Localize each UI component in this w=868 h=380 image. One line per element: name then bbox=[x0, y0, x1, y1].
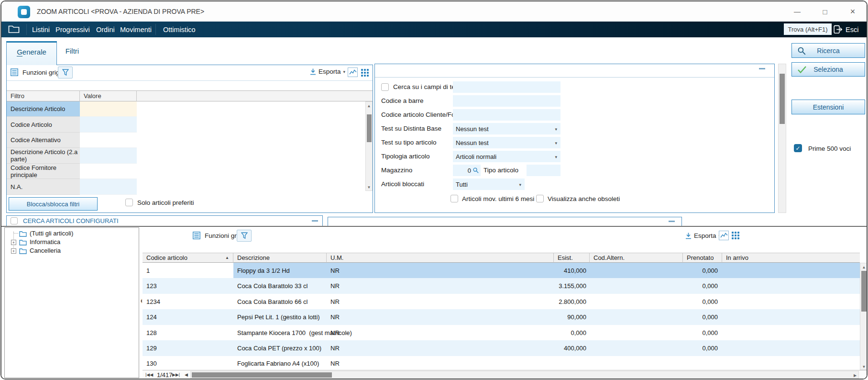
collapse-panel-button[interactable] bbox=[669, 221, 675, 222]
codice-barre-input[interactable] bbox=[453, 95, 560, 107]
filter-row-label[interactable]: N.A. bbox=[7, 179, 80, 195]
tipo-articolo-test-select[interactable]: Nessun test ▾ bbox=[453, 137, 560, 148]
filter-row-value[interactable] bbox=[80, 164, 137, 179]
column-header-esist[interactable]: Esist. bbox=[554, 253, 590, 263]
workspace-scrollbar[interactable] bbox=[778, 64, 786, 213]
scroll-left-arrow[interactable]: ◀ bbox=[185, 372, 188, 377]
table-row[interactable]: 1 Floppy da 3 1/2 Hd NR 410,000 0,000 bbox=[143, 263, 860, 279]
mov-6-mesi-checkbox[interactable] bbox=[450, 195, 458, 202]
column-header-um[interactable]: U.M. bbox=[327, 253, 554, 263]
articoli-bloccati-label: Articoli bloccati bbox=[381, 180, 424, 188]
folder-icon bbox=[8, 25, 20, 34]
lookup-search-icon[interactable] bbox=[473, 168, 479, 173]
tipologia-select[interactable]: Articoli normali ▾ bbox=[453, 151, 560, 162]
codice-cliente-input[interactable] bbox=[453, 109, 560, 121]
esci-button[interactable]: Esci bbox=[834, 23, 858, 36]
ricerca-button[interactable]: Ricerca bbox=[791, 43, 865, 58]
blocca-sblocca-button[interactable]: Blocca/sblocca filtri bbox=[9, 197, 98, 211]
scroll-up-arrow[interactable]: ▲ bbox=[366, 103, 372, 109]
distinta-base-select[interactable]: Nessun test ▾ bbox=[453, 123, 560, 134]
column-header-codaltern[interactable]: Cod.Altern. bbox=[590, 253, 683, 263]
prime-500-checkbox[interactable]: ✓ bbox=[794, 144, 802, 152]
scroll-down-arrow[interactable]: ▼ bbox=[366, 184, 372, 190]
scrollbar-thumb[interactable] bbox=[192, 372, 332, 378]
minimize-button[interactable]: — bbox=[788, 4, 807, 19]
configurati-checkbox[interactable] bbox=[11, 217, 18, 224]
articoli-bloccati-select[interactable]: Tutti ▾ bbox=[453, 179, 525, 190]
filter-row-value[interactable] bbox=[80, 148, 137, 164]
valore-column-header[interactable]: Valore bbox=[80, 90, 137, 101]
table-row[interactable]: 1234 Coca Cola Barattolo 66 cl NR 2.800,… bbox=[143, 294, 860, 310]
chart-view-button[interactable] bbox=[348, 67, 358, 77]
tipologia-label: Tipologia articolo bbox=[381, 153, 430, 160]
scroll-down-arrow[interactable]: ▼ bbox=[860, 364, 868, 369]
scroll-up-arrow[interactable]: ▲ bbox=[860, 264, 868, 270]
obsoleti-checkbox[interactable] bbox=[536, 195, 544, 202]
filter-panel-toolbar: Funzioni griglia Esporta ▾ bbox=[7, 65, 373, 81]
menu-item-progressivi[interactable]: Progressivi bbox=[55, 22, 91, 37]
filter-row-label[interactable]: Codice Alternativo bbox=[7, 133, 80, 148]
filter-toggle-button[interactable] bbox=[237, 230, 252, 242]
campi-testo-checkbox[interactable] bbox=[381, 83, 389, 91]
filter-toggle-button[interactable] bbox=[58, 67, 73, 78]
filter-row-value[interactable] bbox=[80, 117, 137, 133]
seleziona-button[interactable]: Seleziona bbox=[791, 62, 865, 77]
folder-menu-button[interactable] bbox=[8, 25, 20, 35]
category-tree-panel: (Tutti gli articoli) + Informatica + Can… bbox=[4, 227, 139, 378]
esporta-button[interactable]: Esporta ▾ bbox=[685, 232, 721, 239]
filter-row-value[interactable] bbox=[80, 101, 137, 117]
menu-item-movimenti[interactable]: Movimenti bbox=[119, 22, 153, 37]
tree-item-tutti[interactable]: (Tutti gli articoli) bbox=[30, 230, 73, 237]
expand-icon[interactable]: + bbox=[11, 248, 16, 254]
table-row[interactable]: 129 Coca Cola PET (prezzo x 100) NR 400,… bbox=[143, 340, 860, 357]
menu-item-ordini[interactable]: Ordini bbox=[95, 22, 116, 37]
collapse-panel-button[interactable] bbox=[759, 68, 765, 69]
filter-panel-scrollbar[interactable]: ▲ ▼ bbox=[365, 101, 373, 191]
filter-row-label[interactable]: Descrizione Articolo bbox=[7, 101, 80, 117]
column-header-codice[interactable]: Codice articolo ▲ bbox=[143, 253, 233, 263]
tipo-articolo-input[interactable] bbox=[527, 165, 560, 176]
filter-column-header[interactable]: Filtro bbox=[7, 90, 80, 101]
scrollbar-thumb[interactable] bbox=[861, 271, 867, 312]
collapse-panel-button[interactable] bbox=[312, 220, 318, 222]
grid-view-icon[interactable] bbox=[732, 232, 739, 239]
tab-generale[interactable]: Generale bbox=[6, 41, 57, 65]
scroll-right-arrow[interactable]: ▶ bbox=[853, 373, 857, 378]
tree-item-cancelleria[interactable]: Cancelleria bbox=[30, 247, 61, 254]
grid-vertical-scrollbar[interactable]: ▲ ▼ bbox=[860, 263, 868, 370]
ricerca-label: Ricerca bbox=[817, 47, 839, 55]
trova-shortcut[interactable]: Trova (Alt+F1) bbox=[784, 23, 832, 35]
grid-view-icon[interactable] bbox=[361, 69, 369, 77]
grid-horizontal-scrollbar[interactable]: ▶ bbox=[190, 371, 859, 379]
table-row[interactable]: 124 Pepsi Pet Lit. 1 (gestito a lotti) N… bbox=[143, 309, 860, 325]
scrollbar-thumb[interactable] bbox=[367, 114, 372, 142]
solo-preferiti-checkbox[interactable] bbox=[125, 199, 133, 206]
column-header-prenotato[interactable]: Prenotato bbox=[683, 253, 722, 263]
filter-row-label[interactable]: Codice Fornitore principale bbox=[7, 164, 80, 179]
scrollbar-thumb[interactable] bbox=[780, 74, 785, 124]
column-header-inarrivo[interactable]: In arrivo bbox=[722, 253, 860, 263]
filter-row-label[interactable]: Descrizione Articolo (2.a parte) bbox=[7, 148, 80, 164]
magazzino-input[interactable]: 0 bbox=[453, 165, 481, 176]
filter-row-value[interactable] bbox=[80, 179, 137, 195]
filter-row-value[interactable] bbox=[80, 133, 137, 148]
close-button[interactable]: × bbox=[843, 4, 862, 19]
last-page-button[interactable]: ▶▶| bbox=[172, 372, 180, 377]
column-header-descrizione[interactable]: Descrizione bbox=[233, 253, 327, 263]
table-row[interactable]: 128 Stampante Kiocera 1700 (gest matrico… bbox=[143, 325, 860, 341]
tipo-articolo-label: Tipo articolo bbox=[483, 167, 518, 174]
tab-filtri[interactable]: Filtri bbox=[55, 41, 89, 60]
table-row[interactable]: 123 Coca Cola Barattolo 33 cl NR 3.155,0… bbox=[143, 278, 860, 294]
menu-item-ottimistico[interactable]: Ottimistico bbox=[162, 22, 197, 37]
estensioni-button[interactable]: Estensioni bbox=[791, 100, 865, 114]
tree-item-informatica[interactable]: Informatica bbox=[30, 238, 60, 246]
esporta-button[interactable]: Esporta ▾ bbox=[310, 68, 345, 75]
chart-view-button[interactable] bbox=[719, 231, 729, 240]
table-row[interactable]: 130 Foglicarta Fabriano A4 (x100) NR bbox=[143, 356, 860, 371]
campi-testo-input[interactable] bbox=[453, 81, 560, 93]
menu-item-listini[interactable]: Listini bbox=[31, 22, 51, 37]
expand-icon[interactable]: + bbox=[11, 240, 16, 245]
first-page-button[interactable]: |◀◀ bbox=[145, 372, 153, 377]
maximize-button[interactable]: □ bbox=[815, 4, 835, 19]
filter-row-label[interactable]: Codice Articolo bbox=[7, 117, 80, 133]
